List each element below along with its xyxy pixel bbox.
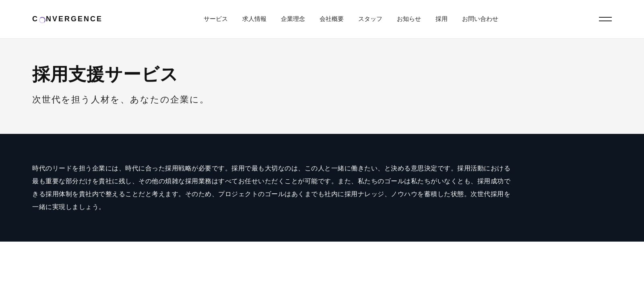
dark-description-section: 時代のリードを担う企業には、時代に合った採用戦略が必要です。採用で最も大切なのは… (0, 134, 644, 242)
logo-o-icon (39, 16, 45, 23)
site-header: CNVERGENCE サービス 求人情報 企業理念 会社概要 スタッフ お知らせ… (0, 0, 644, 39)
logo[interactable]: CNVERGENCE (32, 15, 103, 23)
hamburger-menu-button[interactable] (599, 17, 612, 21)
logo-text: CNVERGENCE (32, 15, 103, 23)
nav-item-staff[interactable]: スタッフ (358, 15, 382, 23)
nav-item-service[interactable]: サービス (204, 15, 228, 23)
hero-subtitle: 次世代を担う人材を、あなたの企業に。 (32, 94, 612, 106)
dark-section-body: 時代のリードを担う企業には、時代に合った採用戦略が必要です。採用で最も大切なのは… (32, 162, 515, 213)
nav-item-news[interactable]: お知らせ (397, 15, 421, 23)
hamburger-line-1 (599, 17, 612, 18)
hero-title: 採用支援サービス (32, 63, 612, 86)
nav-item-recruit[interactable]: 採用 (436, 15, 448, 23)
nav-item-jobs[interactable]: 求人情報 (242, 15, 266, 23)
nav-item-philosophy[interactable]: 企業理念 (281, 15, 305, 23)
hamburger-line-2 (599, 21, 612, 21)
hero-section: 採用支援サービス 次世代を担う人材を、あなたの企業に。 (0, 39, 644, 134)
nav-item-about[interactable]: 会社概要 (320, 15, 344, 23)
main-nav: サービス 求人情報 企業理念 会社概要 スタッフ お知らせ 採用 お問い合わせ (204, 15, 498, 23)
nav-item-contact[interactable]: お問い合わせ (462, 15, 498, 23)
